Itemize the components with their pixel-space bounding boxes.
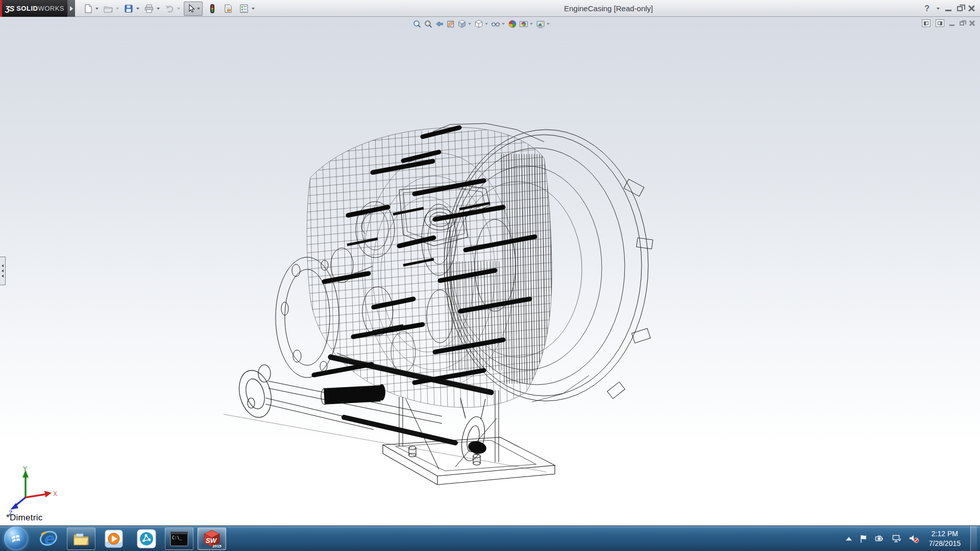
featuremanager-collapsed-tab[interactable] bbox=[0, 257, 6, 285]
help-dropdown[interactable] bbox=[937, 8, 940, 10]
network-icon[interactable] bbox=[892, 534, 902, 543]
document-restore-button[interactable] bbox=[960, 21, 964, 26]
windows-taskbar: e C:\_ bbox=[0, 525, 980, 551]
save-floppy-icon bbox=[124, 4, 134, 14]
svg-text:2015: 2015 bbox=[212, 544, 222, 548]
open-button[interactable] bbox=[102, 3, 114, 15]
print-dropdown[interactable] bbox=[157, 8, 160, 10]
options-button[interactable] bbox=[238, 3, 250, 15]
select-tool-button[interactable] bbox=[184, 2, 203, 16]
headsup-view-toolbar bbox=[411, 18, 552, 30]
feature-pane-left-toggle[interactable] bbox=[922, 19, 930, 27]
zoom-to-fit-button[interactable] bbox=[411, 18, 423, 30]
appearance-sphere-icon bbox=[508, 19, 517, 29]
apply-scene-icon bbox=[519, 19, 528, 29]
print-icon bbox=[144, 4, 154, 14]
display-style-button[interactable] bbox=[473, 18, 484, 30]
save-dropdown[interactable] bbox=[136, 8, 139, 10]
options-dropdown[interactable] bbox=[252, 8, 255, 10]
wireframe-model[interactable] bbox=[219, 112, 658, 500]
new-document-button[interactable] bbox=[82, 3, 94, 15]
collapse-arrow-icon bbox=[2, 274, 4, 278]
clock-date: 7/28/2015 bbox=[929, 539, 961, 548]
model-right-eye-bracket bbox=[458, 398, 488, 463]
model-left-eye-bracket bbox=[234, 365, 276, 421]
taskbar-clock[interactable]: 2:12 PM 7/28/2015 bbox=[926, 529, 964, 548]
pane-right-icon bbox=[938, 21, 942, 25]
taskbar-internet-explorer[interactable]: e bbox=[34, 528, 63, 550]
help-button[interactable]: ? bbox=[924, 4, 929, 13]
window-controls: ? bbox=[924, 0, 975, 17]
select-cursor-icon bbox=[186, 4, 195, 14]
new-document-icon bbox=[83, 4, 93, 14]
close-button[interactable] bbox=[968, 5, 975, 12]
file-properties-button[interactable] bbox=[222, 3, 234, 15]
hide-show-items-button[interactable] bbox=[490, 18, 501, 30]
folder-icon bbox=[71, 530, 91, 548]
window-title: EngineCasing [Read-only] bbox=[564, 0, 653, 17]
document-close-button[interactable] bbox=[969, 20, 975, 26]
undo-icon bbox=[164, 4, 175, 14]
graphics-area[interactable]: Y X Z *Dimetric bbox=[0, 17, 980, 525]
save-button[interactable] bbox=[122, 3, 135, 15]
svg-text:C:\_: C:\_ bbox=[172, 536, 182, 540]
glasses-icon bbox=[491, 19, 500, 29]
taskbar-windows-explorer[interactable] bbox=[67, 528, 95, 550]
select-dropdown[interactable] bbox=[197, 8, 200, 10]
undo-dropdown[interactable] bbox=[177, 8, 180, 10]
taskbar-solidworks[interactable]: SW 2015 bbox=[198, 528, 226, 550]
logo-text-light: WORKS bbox=[38, 5, 64, 12]
model-body-outline bbox=[307, 128, 552, 408]
view-settings-dropdown[interactable] bbox=[547, 23, 550, 25]
power-battery-icon[interactable] bbox=[875, 534, 885, 543]
title-bar: ƷS SOLID WORKS bbox=[0, 0, 980, 17]
section-view-button[interactable] bbox=[445, 18, 456, 30]
view-orientation-icon bbox=[457, 19, 467, 29]
taskbar-command-prompt[interactable]: C:\_ bbox=[165, 528, 193, 550]
file-properties-icon bbox=[223, 4, 233, 14]
menu-expand-button[interactable] bbox=[67, 0, 75, 17]
edit-appearance-button[interactable] bbox=[507, 18, 518, 30]
svg-text:e: e bbox=[43, 530, 55, 547]
solidworks-2015-icon: SW 2015 bbox=[202, 529, 222, 549]
previous-view-button[interactable] bbox=[434, 18, 445, 30]
zoom-to-fit-icon bbox=[412, 19, 422, 29]
action-center-flag-icon[interactable] bbox=[859, 534, 868, 543]
volume-muted-icon[interactable] bbox=[909, 534, 919, 543]
apply-scene-button[interactable] bbox=[518, 18, 529, 30]
start-button[interactable] bbox=[4, 527, 28, 550]
document-minimize-button[interactable] bbox=[949, 24, 954, 26]
display-style-icon bbox=[474, 19, 483, 29]
taskbar-media-player[interactable] bbox=[100, 528, 128, 550]
logo-mark: ƷS bbox=[5, 4, 14, 13]
rebuild-button[interactable] bbox=[206, 3, 218, 15]
minimize-button[interactable] bbox=[945, 10, 951, 11]
standard-toolbar bbox=[82, 0, 258, 17]
command-prompt-icon: C:\_ bbox=[170, 531, 188, 546]
windows-flag-icon bbox=[9, 531, 24, 546]
hide-show-dropdown[interactable] bbox=[502, 23, 505, 25]
view-settings-icon bbox=[536, 19, 545, 29]
taskbar-share-app[interactable] bbox=[132, 528, 161, 550]
logo-text-bold: SOLID bbox=[16, 5, 38, 12]
feature-pane-right-toggle[interactable] bbox=[936, 19, 944, 27]
restore-button[interactable] bbox=[957, 6, 963, 11]
section-view-icon bbox=[446, 19, 455, 29]
display-style-dropdown[interactable] bbox=[485, 23, 488, 25]
apply-scene-dropdown[interactable] bbox=[530, 23, 533, 25]
new-dropdown[interactable] bbox=[95, 8, 99, 10]
open-dropdown[interactable] bbox=[116, 8, 119, 10]
view-settings-button[interactable] bbox=[535, 18, 546, 30]
show-hidden-icons-button[interactable] bbox=[845, 536, 852, 541]
pane-left-icon bbox=[924, 21, 928, 25]
zoom-to-area-button[interactable] bbox=[423, 18, 434, 30]
zoom-to-area-icon bbox=[424, 19, 433, 29]
document-window-controls bbox=[922, 19, 975, 27]
view-orientation-dropdown[interactable] bbox=[468, 23, 471, 25]
show-desktop-button[interactable] bbox=[970, 526, 977, 551]
triad-x-arrow bbox=[44, 491, 52, 497]
print-button[interactable] bbox=[143, 3, 155, 15]
view-orientation-button[interactable] bbox=[456, 18, 468, 30]
undo-button[interactable] bbox=[163, 3, 176, 15]
clock-time: 2:12 PM bbox=[929, 529, 961, 539]
